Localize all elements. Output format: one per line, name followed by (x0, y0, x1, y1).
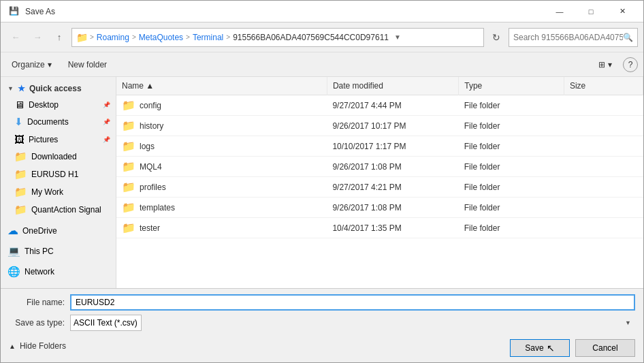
sidebar-item-label: Downloaded (31, 152, 77, 161)
sidebar-item-my-work[interactable]: 📁 My Work (1, 183, 116, 201)
table-row[interactable]: 📁 history 9/26/2017 10:17 PM File folder (116, 116, 643, 136)
sidebar-item-pictures[interactable]: 🖼 Pictures 📌 (1, 131, 116, 148)
column-name[interactable]: Name ▲ (116, 77, 327, 95)
toolbar: Organize ▾ New folder ⊞ ▾ ? (1, 52, 643, 77)
quantaction-folder-icon: 📁 (14, 204, 27, 216)
help-button[interactable]: ? (623, 57, 638, 72)
refresh-button[interactable]: ↻ (487, 28, 506, 47)
file-table: Name ▲ Date modified Type Size 📁 config … (116, 77, 643, 238)
desktop-folder-icon: 🖥 (14, 99, 25, 110)
new-folder-button[interactable]: New folder (63, 57, 112, 72)
sidebar-section-network: 🌐 Network (1, 263, 116, 281)
file-folder-icon: 📁 (122, 180, 135, 193)
cursor-icon: ↖ (547, 343, 555, 353)
file-table-body: 📁 config 9/27/2017 4:44 PM File folder 📁… (116, 95, 643, 238)
view-arrow: ▾ (608, 60, 612, 69)
sidebar-quick-access-header[interactable]: ▼ ★ Quick access (1, 80, 116, 96)
column-date[interactable]: Date modified (327, 77, 458, 95)
file-date: 10/10/2017 1:17 PM (327, 136, 458, 157)
sidebar-item-thispc[interactable]: 💻 This PC (1, 242, 116, 260)
onedrive-icon: ☁ (7, 224, 18, 237)
file-name: logs (140, 142, 155, 151)
close-button[interactable]: ✕ (607, 1, 638, 22)
file-folder-icon: 📁 (122, 221, 135, 234)
file-table-header: Name ▲ Date modified Type Size (116, 77, 643, 95)
sidebar-item-network[interactable]: 🌐 Network (1, 263, 116, 281)
pin-icon: 📌 (103, 136, 110, 143)
window-controls: — □ ✕ (544, 1, 638, 22)
sidebar-section-thispc: 💻 This PC (1, 242, 116, 260)
file-folder-icon: 📁 (122, 140, 135, 153)
help-icon: ? (628, 60, 633, 69)
cancel-button[interactable]: Cancel (575, 339, 635, 357)
main-area: ▼ ★ Quick access 🖥 Desktop 📌 ⬇ Documents… (1, 77, 643, 288)
sidebar-item-documents[interactable]: ⬇ Documents 📌 (1, 113, 116, 131)
table-row[interactable]: 📁 profiles 9/27/2017 4:21 PM File folder (116, 177, 643, 198)
file-folder-icon: 📁 (122, 201, 135, 214)
file-type: File folder (459, 198, 564, 218)
table-row[interactable]: 📁 logs 10/10/2017 1:17 PM File folder (116, 136, 643, 157)
file-name-cell: 📁 logs (116, 136, 327, 157)
view-button[interactable]: ⊞ ▾ (593, 57, 617, 72)
column-type[interactable]: Type (459, 77, 564, 95)
file-name-cell: 📁 MQL4 (116, 157, 327, 177)
new-folder-label: New folder (68, 60, 107, 69)
sort-arrow-icon: ▲ (146, 81, 154, 91)
file-folder-icon: 📁 (122, 119, 135, 132)
filename-input[interactable] (70, 294, 635, 311)
file-type: File folder (459, 95, 564, 116)
maximize-button[interactable]: □ (575, 1, 607, 22)
breadcrumb-dropdown-icon[interactable]: ▼ (394, 33, 401, 41)
search-box: 🔍 (509, 28, 638, 47)
up-button[interactable]: ↑ (50, 28, 69, 47)
minimize-button[interactable]: — (544, 1, 575, 22)
back-button[interactable]: ← (6, 28, 25, 47)
save-label: Save (525, 343, 543, 353)
pin-icon: 📌 (103, 119, 110, 125)
table-row[interactable]: 📁 MQL4 9/26/2017 1:08 PM File folder (116, 157, 643, 177)
breadcrumb-folder-icon: 📁 (76, 32, 87, 43)
breadcrumb-metaquotes[interactable]: MetaQuotes (139, 33, 183, 42)
quick-access-arrow-icon: ▼ (7, 85, 14, 92)
file-type: File folder (459, 177, 564, 198)
file-name: history (140, 121, 163, 131)
file-type: File folder (459, 136, 564, 157)
window-icon: 💾 (9, 6, 20, 17)
quick-access-label: Quick access (29, 84, 82, 93)
sidebar-item-label: Desktop (29, 100, 59, 110)
breadcrumb-terminal[interactable]: Terminal (193, 33, 223, 42)
sidebar-item-onedrive[interactable]: ☁ OneDrive (1, 221, 116, 240)
sidebar-item-downloaded[interactable]: 📁 Downloaded (1, 148, 116, 165)
breadcrumb-roaming[interactable]: Roaming (97, 33, 129, 42)
savetype-select-wrapper: ASCII Text (*.csv) CSV (*.csv) All Files… (70, 315, 635, 331)
file-name: MQL4 (140, 162, 162, 172)
table-row[interactable]: 📁 templates 9/26/2017 1:08 PM File folde… (116, 198, 643, 218)
file-date: 9/27/2017 4:21 PM (327, 177, 458, 198)
view-icon: ⊞ (598, 60, 605, 69)
sidebar-item-label: My Work (31, 187, 63, 197)
save-button[interactable]: Save ↖ (510, 339, 570, 357)
pictures-folder-icon: 🖼 (14, 133, 25, 145)
organize-button[interactable]: Organize ▾ (6, 57, 57, 72)
sidebar-item-desktop[interactable]: 🖥 Desktop 📌 (1, 96, 116, 113)
search-icon: 🔍 (623, 33, 633, 42)
file-date: 9/26/2017 1:08 PM (327, 198, 458, 218)
sidebar: ▼ ★ Quick access 🖥 Desktop 📌 ⬇ Documents… (1, 77, 116, 288)
pin-icon: 📌 (103, 101, 110, 108)
network-icon: 🌐 (7, 266, 20, 278)
sidebar-item-quantaction[interactable]: 📁 QuantAction Signal (1, 201, 116, 219)
file-area: Name ▲ Date modified Type Size 📁 config … (116, 77, 643, 288)
table-row[interactable]: 📁 config 9/27/2017 4:44 PM File folder (116, 95, 643, 116)
search-input[interactable] (513, 33, 623, 42)
title-bar: 💾 Save As — □ ✕ (1, 1, 643, 22)
column-size[interactable]: Size (564, 77, 643, 95)
sidebar-item-eurusd-h1[interactable]: 📁 EURUSD H1 (1, 165, 116, 183)
sidebar-item-label: Documents (27, 117, 69, 127)
table-row[interactable]: 📁 tester 10/4/2017 1:35 PM File folder (116, 218, 643, 238)
hide-folders-button[interactable]: ▲ Hide Folders (9, 340, 66, 352)
file-name-cell: 📁 config (116, 95, 327, 116)
file-type: File folder (459, 116, 564, 136)
forward-button[interactable]: → (28, 28, 47, 47)
savetype-select[interactable]: ASCII Text (*.csv) CSV (*.csv) All Files… (70, 315, 142, 331)
file-date: 9/26/2017 1:08 PM (327, 157, 458, 177)
